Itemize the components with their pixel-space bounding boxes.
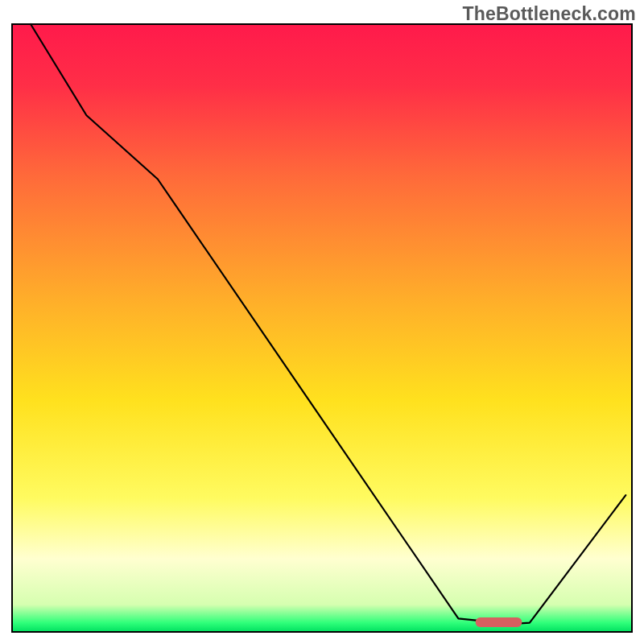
- plot-background: [12, 24, 632, 632]
- target-range-marker: [476, 617, 522, 627]
- chart-stage: TheBottleneck.com: [0, 0, 644, 644]
- watermark-text: TheBottleneck.com: [462, 3, 636, 25]
- bottleneck-chart: [0, 0, 644, 644]
